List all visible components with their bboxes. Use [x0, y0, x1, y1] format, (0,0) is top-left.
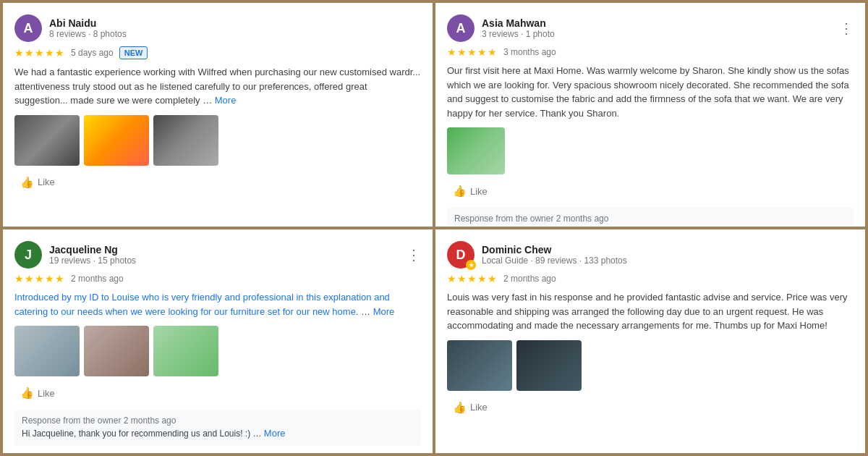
star-rating: ★★★★★	[14, 47, 65, 59]
review-text: Our first visit here at Maxi Home. Was w…	[447, 64, 854, 120]
thumbs-up-icon: 👍	[453, 401, 467, 414]
like-row: 👍 Like	[14, 384, 421, 402]
review-text: Louis was very fast in his response and …	[447, 290, 854, 333]
owner-response-header: Response from the owner 2 months ago	[454, 214, 846, 224]
owner-response: Response from the owner 2 months ago Hi …	[14, 410, 421, 446]
reviewer-meta: Local Guide · 89 reviews · 133 photos	[482, 256, 854, 266]
rating-row: ★★★★★ 5 days ago NEW	[14, 46, 421, 59]
review-photo[interactable]	[153, 115, 218, 166]
photos-row	[14, 115, 421, 166]
reviewer-name: Asia Mahwan	[482, 17, 832, 29]
photos-row	[447, 340, 854, 391]
like-row: 👍 Like	[14, 173, 421, 192]
local-guide-badge: ★	[466, 260, 476, 270]
review-photo[interactable]	[447, 127, 505, 174]
thumbs-up-icon: 👍	[453, 185, 467, 198]
review-card-jacqueline-ng: J Jacqueline Ng 19 reviews · 15 photos ⋮…	[3, 229, 433, 453]
more-options-button[interactable]: ⋮	[839, 21, 854, 35]
owner-response-more-link[interactable]: More	[264, 428, 286, 439]
reviewer-header: J Jacqueline Ng 19 reviews · 15 photos ⋮	[14, 241, 421, 269]
review-photo[interactable]	[447, 340, 512, 391]
like-label: Like	[470, 186, 488, 197]
like-label: Like	[38, 388, 55, 399]
review-photo[interactable]	[516, 340, 582, 391]
thumbs-up-icon: 👍	[20, 387, 34, 400]
time-ago: 2 months ago	[71, 274, 124, 284]
local-guide-icon: ★	[469, 262, 474, 269]
reviewer-meta: 3 reviews · 1 photo	[482, 29, 832, 39]
reviewer-info: Dominic Chew Local Guide · 89 reviews · …	[482, 244, 854, 266]
review-photo[interactable]	[14, 326, 80, 376]
review-photo[interactable]	[84, 115, 149, 166]
reviewer-header: A Asia Mahwan 3 reviews · 1 photo ⋮	[447, 14, 854, 42]
rating-row: ★★★★★ 2 months ago	[14, 273, 421, 284]
photos-row	[447, 127, 854, 174]
rating-row: ★★★★★ 3 months ago	[447, 46, 854, 58]
avatar: A	[447, 14, 475, 42]
reviewer-meta: 8 reviews · 8 photos	[49, 29, 421, 39]
local-guide-label: Local Guide ·	[482, 256, 535, 266]
rating-row: ★★★★★ 2 months ago	[447, 273, 854, 284]
like-button[interactable]: 👍 Like	[447, 182, 493, 200]
time-ago: 2 months ago	[503, 274, 556, 284]
owner-response: Response from the owner 2 months ago Th.…	[447, 208, 854, 227]
like-label: Like	[470, 402, 488, 413]
owner-response-content: Hi Jacqueline, thank you for recommendin…	[22, 428, 262, 439]
like-button[interactable]: 👍 Like	[447, 398, 493, 417]
new-badge: NEW	[119, 46, 148, 59]
reviewer-info: Abi Naidu 8 reviews · 8 photos	[49, 17, 421, 39]
review-text: Introduced by my ID to Louise who is ver…	[14, 290, 421, 318]
reviewer-info: Jacqueline Ng 19 reviews · 15 photos	[49, 244, 399, 266]
more-link[interactable]: More	[215, 95, 237, 106]
owner-response-header: Response from the owner 2 months ago	[22, 415, 414, 426]
like-label: Like	[38, 177, 55, 187]
star-rating: ★★★★★	[447, 273, 498, 284]
reviewer-name: Dominic Chew	[482, 244, 854, 256]
owner-response-time: 2 months ago	[556, 214, 609, 224]
photos-row	[14, 326, 421, 376]
star-rating: ★★★★★	[447, 46, 498, 58]
review-card-asia-mahwan: A Asia Mahwan 3 reviews · 1 photo ⋮ ★★★★…	[435, 3, 865, 227]
review-photo[interactable]	[153, 326, 218, 376]
avatar: A	[14, 14, 42, 42]
review-card-dominic-chew: D ★ Dominic Chew Local Guide · 89 review…	[435, 229, 865, 453]
like-button[interactable]: 👍 Like	[14, 384, 61, 402]
owner-response-text: Th...	[454, 225, 846, 227]
like-button[interactable]: 👍 Like	[14, 173, 61, 192]
owner-response-text: Hi Jacqueline, thank you for recommendin…	[22, 427, 414, 440]
reviewer-name: Abi Naidu	[49, 17, 421, 29]
time-ago: 5 days ago	[71, 48, 114, 58]
thumbs-up-icon: 👍	[20, 176, 34, 189]
reviewer-meta: 19 reviews · 15 photos	[49, 256, 399, 266]
review-text: We had a fantastic experience working wi…	[14, 65, 421, 108]
like-row: 👍 Like	[447, 182, 854, 200]
avatar-container: D ★	[447, 241, 475, 269]
star-rating: ★★★★★	[14, 273, 65, 284]
time-ago: 3 months ago	[503, 47, 556, 57]
review-text-plain: Our first visit here at Maxi Home. Was w…	[447, 65, 849, 119]
review-text-highlighted: Introduced by my ID to Louise who is ver…	[14, 292, 390, 317]
more-link[interactable]: More	[373, 306, 395, 317]
reviewer-info: Asia Mahwan 3 reviews · 1 photo	[482, 17, 832, 39]
more-options-button[interactable]: ⋮	[407, 248, 421, 262]
owner-response-time: 2 months ago	[124, 415, 176, 426]
reviewer-header: D ★ Dominic Chew Local Guide · 89 review…	[447, 241, 854, 269]
review-photo[interactable]	[84, 326, 149, 376]
owner-response-label: Response from the owner	[22, 415, 121, 426]
review-photo[interactable]	[14, 115, 80, 166]
avatar: J	[14, 241, 42, 269]
reviewer-header: A Abi Naidu 8 reviews · 8 photos	[14, 14, 421, 42]
review-card-abi-naidu: A Abi Naidu 8 reviews · 8 photos ★★★★★ 5…	[3, 3, 433, 227]
reviewer-name: Jacqueline Ng	[49, 244, 399, 256]
owner-response-label: Response from the owner	[454, 214, 553, 224]
like-row: 👍 Like	[447, 398, 854, 417]
